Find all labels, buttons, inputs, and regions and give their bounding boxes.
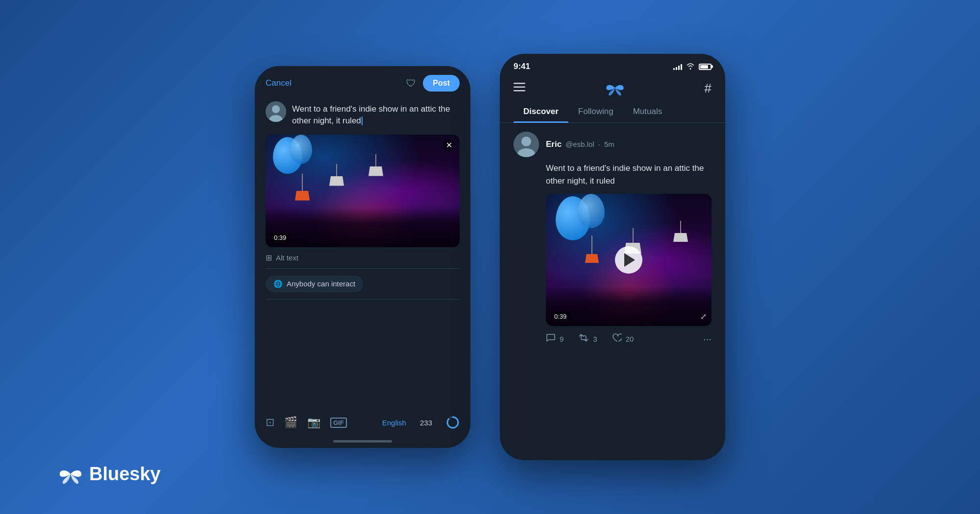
status-icons [673, 63, 711, 71]
post-actions: 9 3 [514, 326, 711, 345]
post-video-pin-icon: ⤢ [700, 312, 707, 321]
play-button[interactable] [615, 246, 642, 274]
alt-text-label[interactable]: Alt text [276, 254, 298, 262]
compose-topbar: Cancel 🛡 Post [255, 66, 470, 96]
image-toolbar-icon[interactable]: ⊡ [266, 416, 274, 429]
svg-rect-6 [514, 86, 525, 88]
interaction-setting-badge[interactable]: 🌐 Anybody can interact [266, 276, 363, 292]
post-text: Went to a friend's indie show in an atti… [546, 162, 711, 187]
alt-text-row: ⊞ Alt text [255, 247, 470, 268]
home-indicator [255, 434, 470, 448]
app-header: # [500, 75, 725, 102]
post-header: Eric @esb.lol · 5m [514, 132, 711, 157]
compose-toolbar: ⊡ 🎬 📷 GIF English 233 [255, 411, 470, 434]
post-video[interactable]: 0:39 ⤢ [546, 194, 711, 326]
signal-bar-1 [673, 68, 675, 70]
home-bar [333, 440, 392, 443]
video-duration-badge: 0:39 [270, 233, 290, 242]
cancel-button[interactable]: Cancel [266, 78, 292, 88]
camera-toolbar-icon[interactable]: 📷 [307, 416, 320, 429]
divider2 [266, 299, 460, 300]
app-tabs: Discover Following Mutuals [500, 102, 725, 123]
lamp-orange-decoration [295, 174, 310, 201]
post-author-name[interactable]: Eric [546, 140, 562, 149]
alt-text-icon: ⊞ [266, 253, 272, 262]
menu-hamburger-icon[interactable] [514, 83, 525, 94]
like-count: 20 [626, 335, 634, 343]
lamp-decoration [329, 164, 344, 186]
post-lamp2 [673, 221, 688, 242]
tab-following[interactable]: Following [568, 102, 623, 122]
compose-phone: Cancel 🛡 Post Went to a friend's indie s… [255, 66, 470, 448]
lamp2-decoration [368, 154, 383, 176]
svg-point-1 [272, 105, 280, 113]
status-time: 9:41 [514, 62, 530, 71]
branding: Bluesky [59, 464, 161, 485]
gif-toolbar-icon[interactable]: GIF [330, 418, 347, 428]
feed-phone: 9:41 [500, 54, 725, 460]
compose-video-attachment: ✕ 0:39 [266, 135, 460, 247]
globe-icon: 🌐 [273, 280, 283, 288]
post-balloon2 [578, 194, 605, 228]
brand-butterfly-icon [59, 465, 82, 484]
post-handle[interactable]: @esb.lol [565, 140, 594, 148]
char-count-ring [446, 416, 460, 429]
like-icon [612, 333, 622, 345]
interact-row: 🌐 Anybody can interact [255, 269, 470, 299]
more-actions-button[interactable]: ··· [703, 333, 711, 345]
signal-bars-icon [673, 63, 682, 70]
wifi-icon [686, 63, 695, 71]
battery-icon [699, 64, 711, 70]
comment-icon [546, 333, 556, 345]
user-avatar-small [266, 101, 286, 122]
like-action[interactable]: 20 [612, 333, 634, 345]
video-close-button[interactable]: ✕ [443, 140, 455, 151]
post-lamp-orange [585, 235, 599, 263]
svg-point-9 [521, 137, 531, 146]
signal-bar-3 [678, 66, 680, 70]
phones-container: Cancel 🛡 Post Went to a friend's indie s… [255, 54, 725, 460]
balloon2-decoration [290, 135, 312, 164]
char-count: 233 [420, 419, 432, 427]
post-dot: · [598, 140, 600, 148]
tab-discover[interactable]: Discover [514, 102, 568, 122]
compose-body: Went to a friend's indie show in an atti… [255, 96, 470, 132]
post-meta: Eric @esb.lol · 5m [546, 132, 614, 157]
bluesky-logo-icon [606, 80, 624, 96]
post-video-duration: 0:39 [551, 312, 570, 321]
people-decoration [266, 208, 460, 247]
brand-name: Bluesky [89, 464, 161, 485]
language-label[interactable]: English [382, 419, 406, 427]
shield-icon[interactable]: 🛡 [406, 78, 416, 89]
post-people [546, 287, 711, 326]
post-time: 5m [604, 140, 614, 148]
signal-bar-4 [681, 64, 682, 70]
hash-icon[interactable]: # [705, 81, 711, 96]
play-triangle-icon [624, 253, 635, 267]
video-scene [266, 135, 460, 247]
compose-text-field[interactable]: Went to a friend's indie show in an atti… [292, 101, 460, 127]
post-author-line: Eric @esb.lol · 5m [546, 140, 614, 149]
post-button[interactable]: Post [423, 75, 460, 92]
post-author-avatar[interactable] [514, 132, 539, 157]
status-bar: 9:41 [500, 54, 725, 75]
comment-count: 9 [560, 335, 564, 343]
signal-bar-2 [676, 67, 677, 70]
compose-topbar-right: 🛡 Post [406, 75, 460, 92]
interaction-label: Anybody can interact [287, 280, 355, 288]
post-container: Eric @esb.lol · 5m Went to a friend's in… [500, 123, 725, 460]
comment-action[interactable]: 9 [546, 333, 564, 345]
repost-count: 3 [593, 335, 597, 343]
repost-icon [578, 333, 589, 345]
repost-action[interactable]: 3 [578, 333, 597, 345]
svg-point-4 [447, 417, 458, 428]
svg-rect-5 [514, 83, 525, 84]
tab-mutuals[interactable]: Mutuals [623, 102, 672, 122]
video-toolbar-icon[interactable]: 🎬 [284, 416, 297, 429]
svg-rect-7 [514, 90, 525, 92]
